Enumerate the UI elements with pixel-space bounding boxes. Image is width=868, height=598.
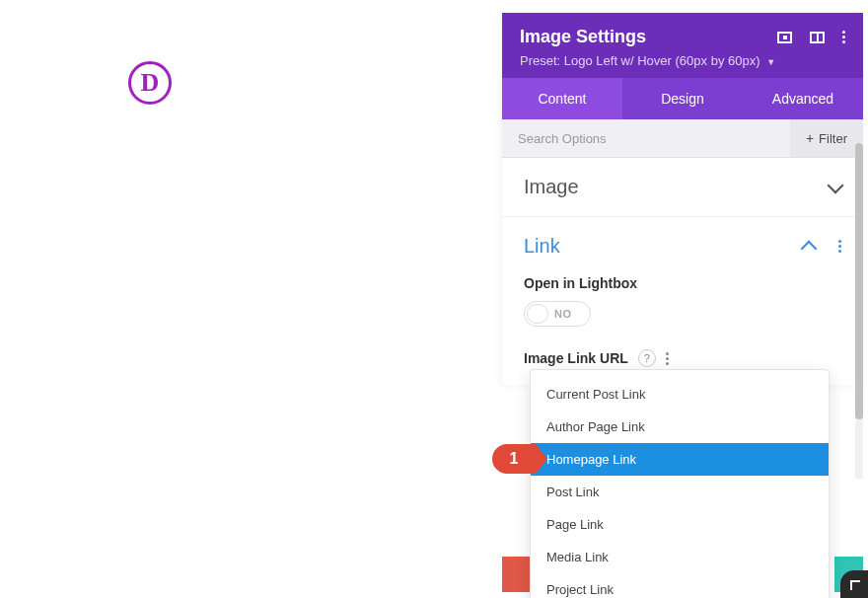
divi-logo-icon: D <box>128 61 172 105</box>
chevron-up-icon <box>801 240 818 257</box>
scrollbar-thumb[interactable] <box>855 143 863 419</box>
section-link-title: Link <box>524 235 560 258</box>
filter-button[interactable]: + Filter <box>790 119 863 157</box>
image-link-url-label: Image Link URL <box>524 350 628 366</box>
tab-advanced[interactable]: Advanced <box>743 78 863 119</box>
section-image-title: Image <box>524 176 579 198</box>
preset-selector[interactable]: Preset: Logo Left w/ Hover (60px by 60px… <box>520 53 845 68</box>
panel-title: Image Settings <box>520 27 646 47</box>
dropdown-item-author-page[interactable]: Author Page Link <box>531 411 829 443</box>
page-logo: D <box>128 61 172 105</box>
caret-down-icon: ▼ <box>766 57 775 67</box>
step-number: 1 <box>510 450 519 468</box>
plus-icon: + <box>806 130 814 146</box>
dropdown-item-project[interactable]: Project Link <box>531 573 829 598</box>
lightbox-label: Open in Lightbox <box>524 275 841 291</box>
filter-label: Filter <box>819 131 847 146</box>
preset-label: Preset: Logo Left w/ Hover (60px by 60px… <box>520 53 760 68</box>
section-image[interactable]: Image <box>502 158 863 217</box>
logo-letter: D <box>141 68 160 98</box>
panel-header: Image Settings Preset: Logo Left w/ Hove… <box>502 13 863 78</box>
resize-handle[interactable] <box>840 570 868 598</box>
tab-design[interactable]: Design <box>622 78 743 119</box>
search-input[interactable] <box>502 120 790 157</box>
split-view-icon[interactable] <box>810 32 825 43</box>
field-more-icon[interactable] <box>666 352 669 365</box>
toggle-value: NO <box>554 308 572 320</box>
scrollbar[interactable] <box>855 143 863 479</box>
dropdown-item-post[interactable]: Post Link <box>531 476 829 508</box>
panel-more-icon[interactable] <box>842 31 845 43</box>
link-url-dropdown: Current Post Link Author Page Link Homep… <box>530 369 830 598</box>
responsive-preview-icon[interactable] <box>777 32 792 43</box>
lightbox-toggle[interactable]: NO <box>524 301 591 327</box>
toggle-knob <box>527 304 548 324</box>
help-icon[interactable]: ? <box>638 349 656 367</box>
dropdown-item-homepage[interactable]: Homepage Link <box>531 443 829 476</box>
resize-arrow-icon <box>850 580 860 590</box>
dropdown-item-current-post[interactable]: Current Post Link <box>531 378 829 411</box>
image-settings-panel: Image Settings Preset: Logo Left w/ Hove… <box>502 13 863 385</box>
chevron-down-icon <box>828 177 844 193</box>
search-filter-bar: + Filter <box>502 119 863 158</box>
panel-body: Image Link Open in Lightbox NO Im <box>502 158 863 385</box>
tab-content[interactable]: Content <box>502 78 622 119</box>
dropdown-item-media[interactable]: Media Link <box>531 541 829 573</box>
section-more-icon[interactable] <box>838 240 841 253</box>
section-link-header[interactable]: Link <box>502 217 863 275</box>
settings-tabs: Content Design Advanced <box>502 78 863 119</box>
dropdown-item-page[interactable]: Page Link <box>531 508 829 541</box>
step-annotation-1: 1 <box>492 444 536 474</box>
